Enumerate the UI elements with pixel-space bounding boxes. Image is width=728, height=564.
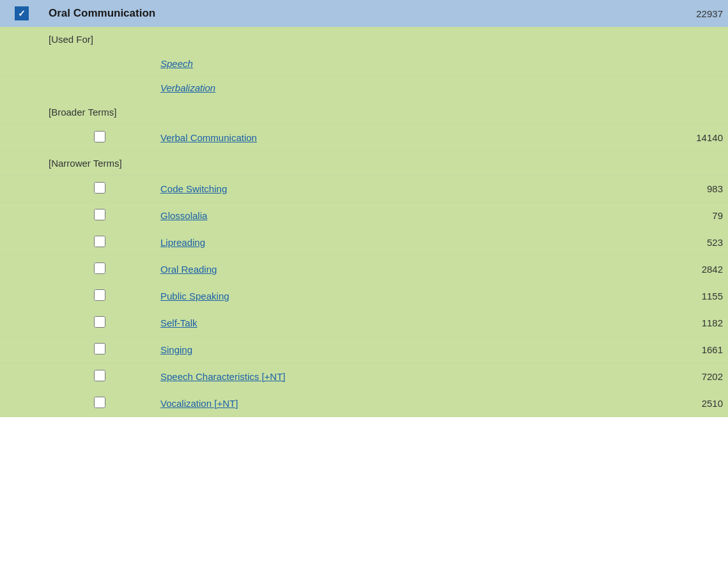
public-speaking-row: Public Speaking 1155 xyxy=(0,283,728,310)
oral-reading-indent-col[interactable] xyxy=(43,256,155,283)
header-count: 22937 xyxy=(651,0,728,27)
speech-indent-col xyxy=(43,52,155,76)
glossolalia-check-col xyxy=(0,202,43,229)
verbal-communication-row: Verbal Communication 14140 xyxy=(0,125,728,151)
verbal-communication-label-cell[interactable]: Verbal Communication xyxy=(155,125,651,151)
glossolalia-count: 79 xyxy=(651,202,728,229)
main-checkbox[interactable]: ✓ xyxy=(15,6,29,20)
vocalization-label-cell[interactable]: Vocalization [+NT] xyxy=(155,390,651,417)
public-speaking-label-cell[interactable]: Public Speaking xyxy=(155,283,651,310)
glossolalia-indent-col[interactable] xyxy=(43,202,155,229)
vocalization-checkbox[interactable] xyxy=(94,397,105,408)
oral-reading-check-col xyxy=(0,256,43,283)
lipreading-checkbox[interactable] xyxy=(94,236,105,247)
glossolalia-label-cell[interactable]: Glossolalia xyxy=(155,202,651,229)
speech-characteristics-check-col xyxy=(0,363,43,390)
lipreading-link[interactable]: Lipreading xyxy=(160,237,205,248)
code-switching-count: 983 xyxy=(651,176,728,202)
public-speaking-indent-col[interactable] xyxy=(43,283,155,310)
vocalization-link[interactable]: Vocalization [+NT] xyxy=(160,398,238,409)
verbalization-check-col xyxy=(0,76,43,100)
speech-characteristics-row: Speech Characteristics [+NT] 7202 xyxy=(0,363,728,390)
vocalization-check-col xyxy=(0,390,43,417)
oral-reading-link[interactable]: Oral Reading xyxy=(160,264,217,275)
glossolalia-checkbox[interactable] xyxy=(94,209,105,220)
speech-link[interactable]: Speech xyxy=(160,58,193,69)
used-for-label: [Used For] xyxy=(43,27,651,52)
self-talk-label-cell[interactable]: Self-Talk xyxy=(155,310,651,337)
public-speaking-link[interactable]: Public Speaking xyxy=(160,291,229,301)
speech-check-col xyxy=(0,52,43,76)
self-talk-row: Self-Talk 1182 xyxy=(0,310,728,337)
oral-reading-row: Oral Reading 2842 xyxy=(0,256,728,283)
oral-reading-label-cell[interactable]: Oral Reading xyxy=(155,256,651,283)
glossolalia-link[interactable]: Glossolalia xyxy=(160,210,207,221)
broader-label: [Broader Terms] xyxy=(43,100,651,125)
speech-characteristics-link[interactable]: Speech Characteristics [+NT] xyxy=(160,371,286,382)
header-row: ✓ Oral Communication 22937 xyxy=(0,0,728,27)
narrower-count-col xyxy=(651,151,728,176)
verbalization-label-cell[interactable]: Verbalization xyxy=(155,76,651,100)
self-talk-check-col xyxy=(0,310,43,337)
speech-characteristics-checkbox[interactable] xyxy=(94,370,105,381)
speech-row: Speech xyxy=(0,52,728,76)
code-switching-indent-col[interactable] xyxy=(43,176,155,202)
verbalization-row: Verbalization xyxy=(0,76,728,100)
broader-check-col xyxy=(0,100,43,125)
used-for-check-col xyxy=(0,27,43,52)
vocalization-row: Vocalization [+NT] 2510 xyxy=(0,390,728,417)
narrower-check-col xyxy=(0,151,43,176)
verbal-communication-count: 14140 xyxy=(651,125,728,151)
used-for-section-row: [Used For] xyxy=(0,27,728,52)
lipreading-check-col xyxy=(0,229,43,256)
narrower-section-row: [Narrower Terms] xyxy=(0,151,728,176)
lipreading-label-cell[interactable]: Lipreading xyxy=(155,229,651,256)
verbal-communication-check-col xyxy=(0,125,43,151)
vocalization-indent-col[interactable] xyxy=(43,390,155,417)
public-speaking-count: 1155 xyxy=(651,283,728,310)
singing-label-cell[interactable]: Singing xyxy=(155,337,651,363)
verbal-communication-checkbox[interactable] xyxy=(94,131,105,142)
speech-count-col xyxy=(651,52,728,76)
singing-checkbox[interactable] xyxy=(94,343,105,354)
self-talk-checkbox[interactable] xyxy=(94,316,105,328)
lipreading-indent-col[interactable] xyxy=(43,229,155,256)
self-talk-indent-col[interactable] xyxy=(43,310,155,337)
lipreading-count: 523 xyxy=(651,229,728,256)
speech-characteristics-count: 7202 xyxy=(651,363,728,390)
broader-count-col xyxy=(651,100,728,125)
code-switching-row: Code Switching 983 xyxy=(0,176,728,202)
public-speaking-checkbox[interactable] xyxy=(94,289,105,301)
glossolalia-row: Glossolalia 79 xyxy=(0,202,728,229)
verbal-communication-link[interactable]: Verbal Communication xyxy=(160,132,257,143)
verbal-communication-indent-col[interactable] xyxy=(43,125,155,151)
self-talk-link[interactable]: Self-Talk xyxy=(160,317,197,328)
singing-row: Singing 1661 xyxy=(0,337,728,363)
verbalization-count-col xyxy=(651,76,728,100)
singing-link[interactable]: Singing xyxy=(160,344,192,355)
oral-reading-checkbox[interactable] xyxy=(94,263,105,274)
public-speaking-check-col xyxy=(0,283,43,310)
singing-check-col xyxy=(0,337,43,363)
code-switching-checkbox[interactable] xyxy=(94,182,105,194)
speech-label-cell[interactable]: Speech xyxy=(155,52,651,76)
narrower-label: [Narrower Terms] xyxy=(43,151,651,176)
oral-reading-count: 2842 xyxy=(651,256,728,283)
code-switching-check-col xyxy=(0,176,43,202)
singing-count: 1661 xyxy=(651,337,728,363)
singing-indent-col[interactable] xyxy=(43,337,155,363)
speech-characteristics-label-cell[interactable]: Speech Characteristics [+NT] xyxy=(155,363,651,390)
lipreading-row: Lipreading 523 xyxy=(0,229,728,256)
speech-characteristics-indent-col[interactable] xyxy=(43,363,155,390)
code-switching-label-cell[interactable]: Code Switching xyxy=(155,176,651,202)
header-title: Oral Communication xyxy=(43,0,651,27)
header-checkbox-cell[interactable]: ✓ xyxy=(0,0,43,27)
verbalization-indent-col xyxy=(43,76,155,100)
used-for-count-col xyxy=(651,27,728,52)
broader-section-row: [Broader Terms] xyxy=(0,100,728,125)
verbalization-link[interactable]: Verbalization xyxy=(160,82,215,93)
self-talk-count: 1182 xyxy=(651,310,728,337)
code-switching-link[interactable]: Code Switching xyxy=(160,183,227,194)
vocalization-count: 2510 xyxy=(651,390,728,417)
